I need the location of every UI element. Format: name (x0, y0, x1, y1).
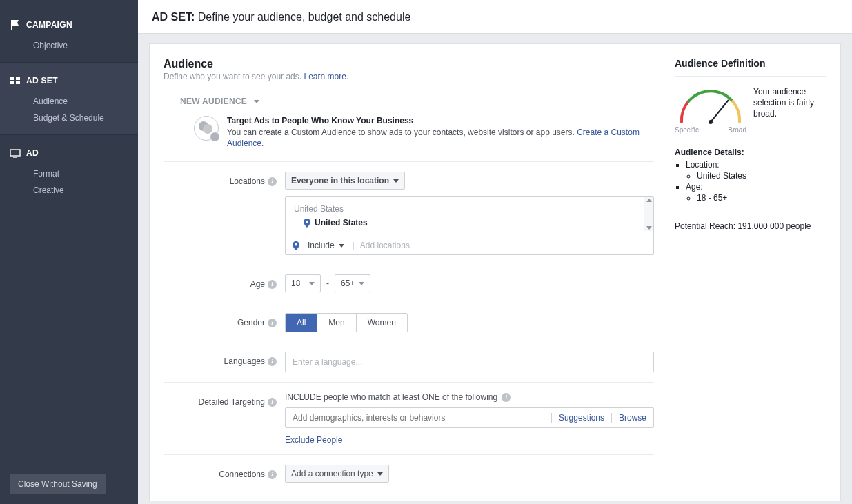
detail-label: Age: (686, 182, 703, 192)
chevron-down-icon (359, 282, 364, 285)
gauge-icon (675, 86, 746, 125)
chevron-down-icon (393, 179, 399, 183)
languages-input[interactable] (285, 352, 654, 372)
suggestions-link[interactable]: Suggestions (559, 413, 604, 423)
detail-value: United States (697, 171, 826, 181)
chevron-down-icon (377, 472, 383, 476)
detail-age: Age: 18 - 65+ (686, 182, 826, 203)
info-icon[interactable]: i (268, 177, 277, 186)
gender-women-button[interactable]: Women (357, 314, 407, 332)
info-icon[interactable]: i (268, 280, 277, 289)
pin-icon (304, 219, 310, 228)
chevron-down-icon (339, 244, 344, 248)
screen-icon (10, 148, 21, 159)
promo-title: Target Ads to People Who Know Your Busin… (227, 116, 654, 125)
potential-reach: Potential Reach: 191,000,000 people (675, 214, 826, 231)
sidebar-head-adset[interactable]: AD SET (0, 75, 138, 93)
section-subtitle: Define who you want to see your ads. Lea… (164, 72, 654, 81)
sidebar-footer: Close Without Saving (0, 464, 138, 504)
gauge-broad: Broad (728, 126, 746, 134)
dash: - (326, 279, 329, 288)
row-connections: Connections i Add a connection type (164, 455, 654, 494)
location-item-label: United States (315, 218, 368, 228)
label-text: Detailed Targeting (198, 396, 265, 408)
sidebar-item-format[interactable]: Format (0, 165, 138, 182)
age-max-dropdown[interactable]: 65+ (335, 274, 370, 292)
learn-more-link[interactable]: Learn more (304, 72, 346, 81)
age-min-dropdown[interactable]: 18 (285, 274, 321, 292)
flag-icon (10, 19, 21, 30)
label-detailed: Detailed Targeting i (164, 392, 285, 412)
locations-list: United States United States (286, 197, 653, 236)
detail-value: 18 - 65+ (697, 193, 826, 203)
add-location-input[interactable] (360, 241, 646, 250)
sidebar-head-ad[interactable]: AD (0, 148, 138, 165)
gender-men-button[interactable]: Men (317, 314, 356, 332)
panel-left: Audience Define who you want to see your… (164, 58, 654, 494)
detailed-targeting-input[interactable] (286, 408, 551, 427)
subtitle-text: Define who you want to see your ads. (164, 72, 304, 81)
people-plus-icon: + (194, 116, 219, 141)
close-without-saving-button[interactable]: Close Without Saving (10, 474, 106, 494)
gauge-labels: Specific Broad (675, 126, 746, 134)
info-icon[interactable]: i (502, 393, 511, 402)
locations-add-row: Include | (286, 236, 653, 254)
sidebar-section-ad: AD Format Creative (0, 135, 138, 207)
locations-scrollbar[interactable] (644, 197, 653, 231)
include-exclude-dropdown[interactable]: Include (305, 241, 347, 250)
page-title: AD SET: Define your audience, budget and… (152, 11, 838, 23)
audience-definition-panel: Audience Definition Specific (675, 58, 826, 494)
location-scope-dropdown[interactable]: Everyone in this location (285, 172, 405, 190)
sidebar-item-objective[interactable]: Objective (0, 37, 138, 54)
location-category: United States (294, 204, 645, 214)
gauge-wrap: Specific Broad Your audience selection i… (675, 76, 826, 138)
promo-text-body: You can create a Custom Audience to show… (227, 128, 577, 137)
exclude-people-link[interactable]: Exclude People (285, 435, 654, 445)
label-languages: Languages i (164, 352, 285, 371)
row-locations: Locations i Everyone in this location Un… (164, 162, 654, 265)
new-audience-label: NEW AUDIENCE (180, 97, 247, 106)
detailed-targeting-header: INCLUDE people who match at least ONE of… (285, 392, 654, 402)
gauge-specific: Specific (675, 126, 699, 134)
left-sidebar: CAMPAIGN Objective AD SET Audience Budge… (0, 0, 138, 504)
sidebar-item-audience[interactable]: Audience (0, 93, 138, 110)
page-title-prefix: AD SET: (152, 11, 195, 23)
panel: Audience Define who you want to see your… (149, 43, 841, 501)
locations-box: United States United States (285, 196, 654, 255)
section-header: Audience (164, 58, 654, 70)
info-icon[interactable]: i (268, 398, 277, 407)
sidebar-section-campaign: CAMPAIGN Objective (0, 0, 138, 63)
detailed-right-links: Suggestions Browse (551, 413, 653, 423)
audience-definition-header: Audience Definition (675, 58, 826, 69)
sidebar-title: AD (26, 148, 39, 158)
detailed-input-wrap: Suggestions Browse (285, 407, 654, 428)
chevron-down-icon (309, 282, 315, 285)
row-gender: Gender i All Men Women (164, 303, 654, 342)
gauge: Specific Broad (675, 86, 746, 134)
separator (611, 413, 612, 423)
pin-icon (293, 241, 299, 250)
sidebar-head-campaign[interactable]: CAMPAIGN (0, 19, 138, 37)
sidebar-title: AD SET (26, 76, 58, 85)
svg-rect-4 (10, 150, 20, 156)
detail-location: Location: United States (686, 160, 826, 181)
svg-line-6 (711, 100, 729, 122)
new-audience-dropdown[interactable]: NEW AUDIENCE (180, 97, 654, 106)
label-locations: Locations i (164, 172, 285, 191)
sidebar-item-creative[interactable]: Creative (0, 182, 138, 199)
sidebar-item-budget[interactable]: Budget & Schedule (0, 110, 138, 126)
browse-link[interactable]: Browse (619, 413, 646, 423)
row-languages: Languages i (164, 342, 654, 382)
connections-dropdown[interactable]: Add a connection type (285, 465, 389, 483)
info-icon[interactable]: i (268, 470, 277, 479)
location-item[interactable]: United States (294, 218, 645, 228)
svg-rect-2 (10, 81, 14, 84)
label-text: Languages (224, 355, 265, 367)
audience-details-header: Audience Details: (675, 148, 826, 157)
info-icon[interactable]: i (268, 357, 277, 366)
gender-all-button[interactable]: All (286, 314, 317, 332)
info-icon[interactable]: i (268, 319, 277, 327)
row-detailed-targeting: Detailed Targeting i INCLUDE people who … (164, 383, 654, 454)
sidebar-title: CAMPAIGN (26, 20, 72, 30)
svg-rect-3 (16, 81, 20, 84)
